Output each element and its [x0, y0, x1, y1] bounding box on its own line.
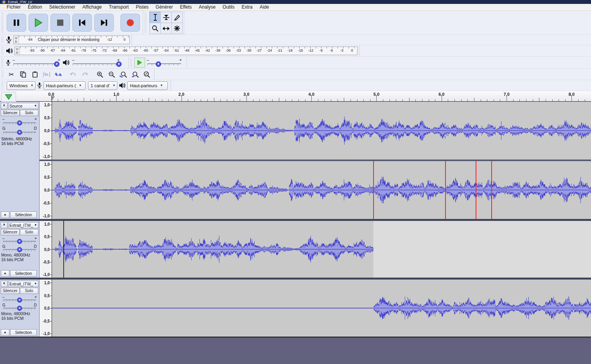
close-track-button[interactable]: ×	[1, 222, 7, 228]
track-name-dropdown[interactable]: Extrait_ITW_▼	[8, 281, 38, 287]
zoom-selection-button[interactable]	[118, 70, 129, 79]
record-button[interactable]	[120, 14, 140, 32]
trim-button[interactable]	[41, 70, 52, 79]
recording-channels-dropdown[interactable]: 1 canal d'▼	[88, 81, 118, 90]
redo-button[interactable]	[79, 70, 90, 79]
gain-thumb[interactable]	[17, 239, 22, 244]
zoom-project-button[interactable]	[129, 70, 140, 79]
toolbar-grip[interactable]	[1, 36, 4, 43]
toolbar-grip[interactable]	[1, 13, 4, 33]
skip-start-button[interactable]	[72, 14, 92, 32]
gain-thumb[interactable]	[17, 298, 22, 303]
solo-button[interactable]: Solo	[20, 229, 39, 235]
mute-button[interactable]: Silencer	[1, 288, 20, 294]
close-track-button[interactable]: ×	[1, 103, 7, 109]
zoom-in-button[interactable]	[94, 70, 105, 79]
pan-slider[interactable]: G D	[3, 303, 36, 310]
solo-button[interactable]: Solo	[20, 110, 39, 116]
gain-slider[interactable]: – +	[3, 117, 36, 126]
cut-button[interactable]: ✂	[6, 70, 17, 79]
menu-item-affichage[interactable]: Affichage	[79, 4, 105, 11]
play-speed-slider[interactable]: – +	[147, 58, 181, 67]
selection-button[interactable]: Sélection	[10, 212, 37, 218]
menu-item-outils[interactable]: Outils	[219, 4, 238, 11]
track-name-dropdown[interactable]: Source▼	[8, 103, 38, 109]
pan-slider[interactable]: G D	[3, 126, 36, 135]
audio-host-dropdown[interactable]: Windows▼	[7, 81, 36, 90]
waveform-canvas[interactable]	[52, 280, 591, 337]
waveform-canvas[interactable]	[52, 161, 591, 219]
pan-thumb[interactable]	[17, 247, 22, 252]
meter-scale-value: -48	[184, 48, 189, 52]
playback-device-dropdown[interactable]: Haut-parleurs▼	[127, 81, 168, 90]
play-at-speed-toolbar: – +	[129, 57, 187, 68]
chevron-down-icon: ▼	[160, 84, 163, 87]
playback-volume-slider[interactable]: – +	[73, 58, 119, 67]
toolbar-grip[interactable]	[1, 82, 4, 89]
collapse-track-button[interactable]: ▲	[1, 329, 9, 336]
menu-item-analyse[interactable]: Analyse	[195, 4, 219, 11]
menu-item-transport[interactable]: Transport	[105, 4, 132, 11]
timeshift-tool-button[interactable]	[160, 23, 172, 34]
pan-thumb[interactable]	[17, 306, 22, 311]
play-button[interactable]	[29, 14, 48, 32]
pan-slider[interactable]: G D	[3, 244, 36, 252]
gain-slider[interactable]: – +	[3, 236, 36, 244]
recording-device-dropdown[interactable]: Haut-parleurs (▼	[43, 81, 86, 90]
waveform-canvas[interactable]	[52, 102, 591, 160]
copy-button[interactable]	[18, 70, 29, 79]
mute-button[interactable]: Silencer	[1, 229, 20, 235]
menu-item-extra[interactable]: Extra	[238, 4, 256, 11]
toolbar-grip[interactable]	[144, 13, 147, 33]
undo-button[interactable]	[68, 70, 79, 79]
solo-button[interactable]: Solo	[20, 288, 39, 294]
gain-slider[interactable]: – +	[3, 295, 36, 302]
pause-button[interactable]	[7, 14, 26, 32]
quick-play-button[interactable]	[1, 92, 16, 102]
recording-volume-slider[interactable]: – +	[13, 58, 59, 67]
vertical-scale-ruler[interactable]: 1,00,50,0-0,5-1,0	[40, 161, 52, 219]
pan-thumb[interactable]	[17, 130, 22, 135]
collapse-track-button[interactable]: ▲	[1, 212, 9, 218]
playback-volume-thumb[interactable]	[116, 61, 122, 67]
collapse-track-button[interactable]: ▲	[1, 270, 9, 277]
vertical-scale-ruler[interactable]: 1,00,50,0-0,5-1,0	[40, 280, 52, 337]
envelope-tool-button[interactable]	[160, 12, 172, 23]
menu-item-aide[interactable]: Aide	[256, 4, 273, 11]
silence-button[interactable]	[53, 70, 64, 79]
mute-button[interactable]: Silencer	[1, 110, 20, 116]
toolbar-grip[interactable]	[130, 58, 133, 67]
zoom-toggle-button[interactable]	[141, 70, 152, 79]
timeline-ruler[interactable]	[0, 91, 591, 102]
waveform-canvas[interactable]	[52, 221, 591, 278]
draw-tool-button[interactable]	[171, 12, 183, 23]
skip-end-button[interactable]	[94, 14, 114, 32]
toolbar-grip[interactable]	[1, 47, 4, 55]
selection-tool-button[interactable]	[149, 12, 161, 23]
toolbar-grip[interactable]	[1, 70, 4, 78]
vertical-scale-ruler[interactable]: 1,00,50,0-0,5-1,0	[40, 221, 52, 278]
recording-meter[interactable]: GD -84-120Cliquer pour démarrer le monit…	[13, 36, 130, 44]
playback-meter[interactable]: GD -93-90-87-84-81-78-75-72-69-66-63-60-…	[14, 47, 357, 55]
multi-tool-button[interactable]	[171, 23, 183, 34]
vertical-scale-ruler[interactable]: 1,00,50,0-0,5-1,0	[40, 102, 52, 160]
menu-item-fichier[interactable]: Fichier	[3, 4, 24, 11]
play-speed-thumb[interactable]	[156, 61, 161, 67]
selection-button[interactable]: Sélection	[10, 270, 37, 277]
paste-button[interactable]	[29, 70, 40, 79]
selection-button[interactable]: Sélection	[10, 329, 37, 336]
play-at-speed-button[interactable]	[134, 57, 145, 68]
track-name-dropdown[interactable]: Extrait_ITW_▼	[8, 222, 38, 228]
gain-thumb[interactable]	[17, 120, 22, 126]
menu-item-pistes[interactable]: Pistes	[132, 4, 152, 11]
menu-item-selectionner[interactable]: Sélectionner	[46, 4, 79, 11]
close-track-button[interactable]: ×	[1, 281, 7, 287]
menu-item-generer[interactable]: Générer	[152, 4, 176, 11]
toolbar-grip[interactable]	[1, 58, 4, 67]
menu-item-effets[interactable]: Effets	[176, 4, 195, 11]
menu-item-edition[interactable]: Édition	[24, 4, 46, 11]
recording-volume-thumb[interactable]	[54, 61, 59, 67]
zoom-tool-button[interactable]	[149, 23, 161, 34]
stop-button[interactable]	[50, 14, 70, 32]
zoom-out-button[interactable]	[106, 70, 117, 79]
